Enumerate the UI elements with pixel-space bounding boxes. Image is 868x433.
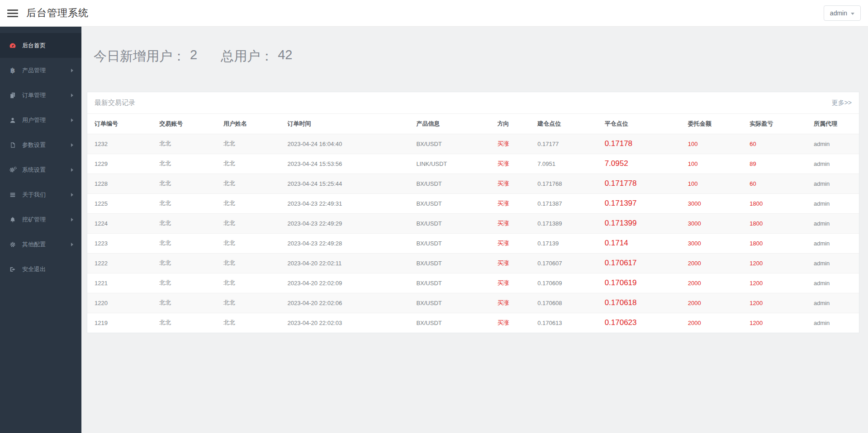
orders-icon <box>8 92 17 99</box>
stat-new-users-label: 今日新增用户： <box>94 47 185 66</box>
bell-icon <box>8 216 17 223</box>
table-row: 1224北北北北2023-04-23 22:49:29BX/USDT买涨0.17… <box>87 213 859 233</box>
cell-order-id: 1224 <box>87 213 152 233</box>
cell-close-price: 0.171397 <box>598 193 681 213</box>
cell-order-time: 2023-04-20 22:02:11 <box>280 253 409 273</box>
sidebar-item-label: 产品管理 <box>22 66 71 75</box>
file-icon <box>8 142 17 148</box>
table-row: 1219北北北北2023-04-20 22:02:03BX/USDT买涨0.17… <box>87 313 859 333</box>
cell-amount: 2000 <box>681 293 742 313</box>
cell-account: 北北 <box>152 134 216 154</box>
stat-new-users-value: 2 <box>190 47 197 66</box>
sidebar-item[interactable]: 其他配置 <box>0 232 81 257</box>
sidebar-item[interactable]: 安全退出 <box>0 257 81 282</box>
cell-profit: 60 <box>742 174 806 193</box>
top-header: 后台管理系统 admin <box>0 0 868 27</box>
cell-order-time: 2023-04-23 22:49:31 <box>280 193 409 213</box>
cell-close-price: 0.171778 <box>598 174 681 193</box>
cell-username: 北北 <box>216 293 280 313</box>
cell-username: 北北 <box>216 174 280 193</box>
cell-agent: admin <box>806 213 859 233</box>
cell-direction: 买涨 <box>490 273 531 293</box>
latest-trades-panel: 最新交易记录 更多>> 订单编号交易账号用户姓名订单时间产品信息方向建仓点位平仓… <box>87 92 859 333</box>
trades-table: 订单编号交易账号用户姓名订单时间产品信息方向建仓点位平仓点位委托金额实际盈亏所属… <box>87 114 859 333</box>
cell-direction: 买涨 <box>490 154 531 174</box>
stat-total-users-value: 42 <box>278 47 292 66</box>
app-title: 后台管理系统 <box>26 6 89 20</box>
cell-agent: admin <box>806 273 859 293</box>
cell-profit: 1800 <box>742 193 806 213</box>
sidebar-item[interactable]: 后台首页 <box>0 33 81 58</box>
cell-account: 北北 <box>152 293 216 313</box>
column-header: 平仓点位 <box>598 114 681 134</box>
cell-product: BX/USDT <box>409 253 490 273</box>
chevron-right-icon <box>71 168 73 172</box>
user-dropdown-button[interactable]: admin <box>824 5 861 21</box>
table-row: 1221北北北北2023-04-20 22:02:09BX/USDT买涨0.17… <box>87 273 859 293</box>
cell-amount: 2000 <box>681 273 742 293</box>
cell-direction: 买涨 <box>490 134 531 154</box>
user-dropdown-label: admin <box>830 9 847 17</box>
stat-new-users: 今日新增用户：2 <box>94 47 197 66</box>
caret-down-icon <box>851 13 854 15</box>
panel-title: 最新交易记录 <box>95 99 135 107</box>
cell-profit: 1800 <box>742 233 806 253</box>
cell-profit: 1200 <box>742 313 806 333</box>
cell-agent: admin <box>806 174 859 193</box>
cell-amount: 3000 <box>681 213 742 233</box>
cell-amount: 3000 <box>681 233 742 253</box>
table-header-row: 订单编号交易账号用户姓名订单时间产品信息方向建仓点位平仓点位委托金额实际盈亏所属… <box>87 114 859 134</box>
column-header: 交易账号 <box>152 114 216 134</box>
cell-close-price: 0.170619 <box>598 273 681 293</box>
sidebar-item[interactable]: 关于我们 <box>0 182 81 207</box>
cell-order-id: 1228 <box>87 174 152 193</box>
cell-agent: admin <box>806 293 859 313</box>
sidebar-item-label: 挖矿管理 <box>22 216 71 224</box>
sidebar-item[interactable]: 用户管理 <box>0 108 81 132</box>
cell-order-time: 2023-04-20 22:02:09 <box>280 273 409 293</box>
sidebar-menu: 后台首页฿产品管理订单管理用户管理参数设置系统设置关于我们挖矿管理其他配置安全退… <box>0 27 81 433</box>
chevron-right-icon <box>71 69 73 72</box>
cell-account: 北北 <box>152 253 216 273</box>
cell-amount: 100 <box>681 134 742 154</box>
cell-profit: 1800 <box>742 213 806 233</box>
cell-product: BX/USDT <box>409 174 490 193</box>
cell-profit: 1200 <box>742 273 806 293</box>
cell-account: 北北 <box>152 313 216 333</box>
sidebar-item[interactable]: 系统设置 <box>0 157 81 182</box>
sidebar-item-label: 其他配置 <box>22 240 71 249</box>
chevron-right-icon <box>71 243 73 246</box>
cell-direction: 买涨 <box>490 233 531 253</box>
stats-summary: 今日新增用户：2 总用户：42 <box>94 47 868 66</box>
cell-direction: 买涨 <box>490 253 531 273</box>
cell-order-id: 1221 <box>87 273 152 293</box>
cell-agent: admin <box>806 253 859 273</box>
cell-close-price: 0.171399 <box>598 213 681 233</box>
cell-username: 北北 <box>216 253 280 273</box>
cell-agent: admin <box>806 313 859 333</box>
table-row: 1222北北北北2023-04-20 22:02:11BX/USDT买涨0.17… <box>87 253 859 273</box>
sidebar-item[interactable]: 参数设置 <box>0 132 81 157</box>
cell-order-time: 2023-04-24 15:25:44 <box>280 174 409 193</box>
chevron-right-icon <box>71 143 73 147</box>
cell-username: 北北 <box>216 233 280 253</box>
column-header: 委托金额 <box>681 114 742 134</box>
sidebar-item[interactable]: 挖矿管理 <box>0 207 81 232</box>
cell-account: 北北 <box>152 154 216 174</box>
table-row: 1228北北北北2023-04-24 15:25:44BX/USDT买涨0.17… <box>87 174 859 193</box>
hamburger-menu-icon[interactable] <box>7 8 18 19</box>
cell-product: BX/USDT <box>409 193 490 213</box>
sidebar-item[interactable]: ฿产品管理 <box>0 58 81 83</box>
cell-amount: 100 <box>681 174 742 193</box>
cell-direction: 买涨 <box>490 174 531 193</box>
cell-open-price: 0.171389 <box>530 213 597 233</box>
cell-product: BX/USDT <box>409 293 490 313</box>
more-link[interactable]: 更多>> <box>832 99 852 107</box>
cell-direction: 买涨 <box>490 213 531 233</box>
cell-amount: 100 <box>681 154 742 174</box>
cell-order-id: 1220 <box>87 293 152 313</box>
cell-open-price: 0.170608 <box>530 293 597 313</box>
cell-profit: 1200 <box>742 293 806 313</box>
panel-header: 最新交易记录 更多>> <box>87 92 859 114</box>
sidebar-item[interactable]: 订单管理 <box>0 83 81 108</box>
